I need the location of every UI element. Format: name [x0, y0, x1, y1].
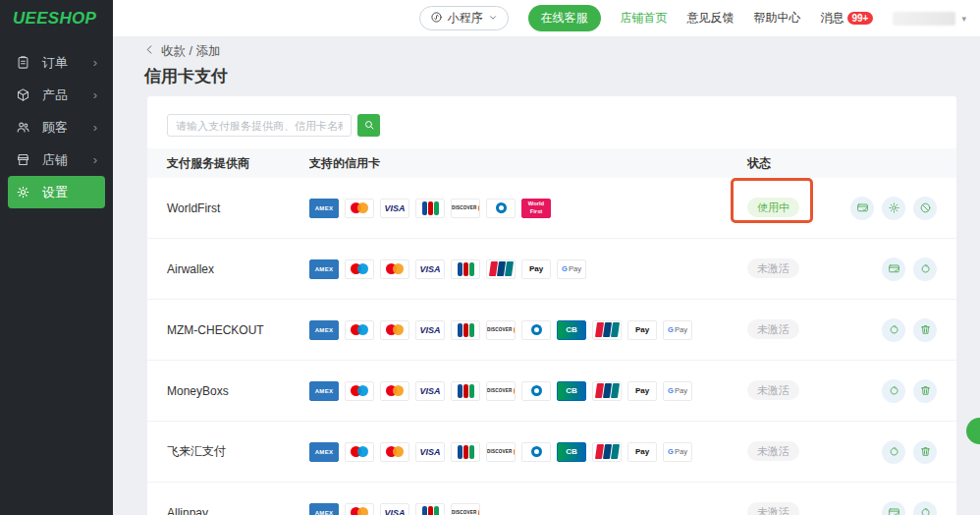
table-body: WorldFirstAMEXVISADISCOVERWorld First使用中…: [147, 178, 956, 515]
card-cb-icon: CB: [557, 381, 586, 401]
card-amex-icon: AMEX: [309, 199, 339, 218]
search-icon: [363, 117, 375, 135]
chevron-right-icon: ›: [93, 87, 97, 102]
chevron-down-icon: [488, 12, 498, 26]
card-maestro-icon: [345, 381, 374, 401]
supported-cards: AMEXVISADISCOVER: [309, 503, 747, 515]
sidebar-item-label: 订单: [42, 54, 68, 72]
help-center-link[interactable]: 帮助中心: [754, 10, 801, 27]
store-icon: [16, 152, 30, 167]
search-input[interactable]: [167, 114, 352, 137]
messages-link[interactable]: 消息 99+: [821, 10, 874, 27]
status-badge: 使用中: [747, 198, 799, 217]
table-row: WorldFirstAMEXVISADISCOVERWorld First使用中: [147, 178, 956, 239]
provider-name: WorldFirst: [167, 201, 309, 215]
provider-name: MoneyBoxs: [167, 384, 309, 398]
sidebar-menu: 订单›产品›顾客›店铺›设置: [0, 46, 113, 208]
row-actions: [848, 440, 937, 464]
card-cb-icon: CB: [557, 320, 586, 340]
delete-button[interactable]: [913, 440, 937, 464]
card-unionpay-icon: [486, 259, 516, 279]
sidebar-item-1[interactable]: 产品›: [8, 79, 105, 111]
supported-cards: AMEXVISADISCOVERCBPayGPay: [309, 320, 747, 340]
card-cb-icon: CB: [557, 442, 586, 462]
card-mastercard-icon: [345, 503, 374, 515]
sidebar-item-label: 顾客: [42, 119, 68, 137]
card-amex-icon: AMEX: [309, 320, 339, 340]
supported-cards: AMEXVISADISCOVERCBPayGPay: [309, 381, 747, 401]
breadcrumb-path[interactable]: 收款 / 添加: [161, 43, 220, 60]
card-gpay-icon: GPay: [663, 320, 692, 340]
card-jcb-icon: [451, 259, 480, 279]
card-visa-icon: VISA: [415, 442, 445, 462]
disable-button[interactable]: [913, 197, 937, 220]
card-worldfirst-icon: World First: [521, 199, 551, 218]
card-unionpay-icon: [592, 320, 622, 340]
provider-name: Airwallex: [167, 262, 309, 276]
card-gpay-icon: GPay: [557, 259, 586, 279]
sidebar-item-label: 设置: [42, 184, 68, 201]
activate-button[interactable]: [882, 440, 905, 464]
table-row: AllinpayAMEXVISADISCOVER未激活: [147, 483, 956, 515]
back-icon[interactable]: [144, 44, 155, 58]
card-diners-icon: [521, 442, 551, 462]
user-menu[interactable]: ▾: [893, 12, 966, 26]
card-amex-icon: AMEX: [309, 442, 339, 462]
activate-button[interactable]: [913, 501, 937, 515]
status-badge: 未激活: [747, 441, 799, 461]
card-unionpay-icon: [592, 381, 622, 401]
supported-cards: AMEXVISADISCOVERWorld First: [309, 199, 747, 218]
card-jcb-icon: [415, 503, 445, 515]
activate-button[interactable]: [913, 258, 937, 281]
card-edit-button[interactable]: [882, 258, 905, 281]
product-icon: [16, 87, 30, 102]
supported-cards: AMEXVISAPayGPay: [309, 259, 747, 279]
card-diners-icon: [521, 320, 551, 340]
customer-icon: [16, 120, 30, 135]
username-redacted: [893, 12, 955, 26]
card-applepay-icon: Pay: [627, 381, 657, 401]
card-applepay-icon: Pay: [521, 259, 551, 279]
card-diners-icon: [521, 381, 551, 401]
card-discover-icon: DISCOVER: [486, 320, 516, 340]
settings-button[interactable]: [882, 197, 905, 220]
card-mastercard-icon: [380, 259, 409, 279]
feedback-link[interactable]: 意见反馈: [687, 10, 735, 27]
activate-button[interactable]: [882, 318, 905, 342]
chevron-right-icon: ›: [93, 55, 97, 70]
sidebar-item-2[interactable]: 顾客›: [8, 111, 105, 143]
card-jcb-icon: [451, 381, 480, 401]
online-service-button[interactable]: 在线客服: [528, 5, 601, 31]
caret-down-icon: ▾: [961, 14, 966, 24]
card-amex-icon: AMEX: [309, 259, 339, 279]
search-row: [147, 96, 956, 148]
card-gpay-icon: GPay: [663, 442, 692, 462]
card-discover-icon: DISCOVER: [451, 199, 480, 218]
row-actions: [848, 258, 937, 281]
order-icon: [16, 55, 30, 70]
sidebar-item-3[interactable]: 店铺›: [8, 143, 105, 176]
card-maestro-icon: [345, 442, 374, 462]
mini-program-icon: [430, 11, 443, 27]
sidebar-item-0[interactable]: 订单›: [8, 46, 105, 79]
sidebar-item-4[interactable]: 设置: [8, 176, 105, 208]
card-visa-icon: VISA: [415, 320, 445, 340]
table-row: MoneyBoxsAMEXVISADISCOVERCBPayGPay未激活: [147, 361, 956, 422]
chevron-right-icon: ›: [93, 152, 97, 167]
delete-button[interactable]: [913, 318, 937, 342]
card-visa-icon: VISA: [380, 199, 409, 218]
delete-button[interactable]: [913, 379, 937, 403]
store-home-link[interactable]: 店铺首页: [621, 10, 668, 27]
search-button[interactable]: [357, 114, 380, 137]
card-edit-button[interactable]: [850, 197, 874, 220]
card-edit-button[interactable]: [882, 501, 905, 515]
card-discover-icon: DISCOVER: [451, 503, 480, 515]
settings-icon: [16, 185, 30, 200]
card-unionpay-icon: [592, 442, 622, 462]
header-status: 状态: [747, 155, 848, 172]
card-discover-icon: DISCOVER: [486, 442, 516, 462]
activate-button[interactable]: [882, 379, 905, 403]
status-badge: 未激活: [747, 502, 799, 515]
mini-program-button[interactable]: 小程序: [419, 6, 509, 30]
card-applepay-icon: Pay: [627, 320, 657, 340]
